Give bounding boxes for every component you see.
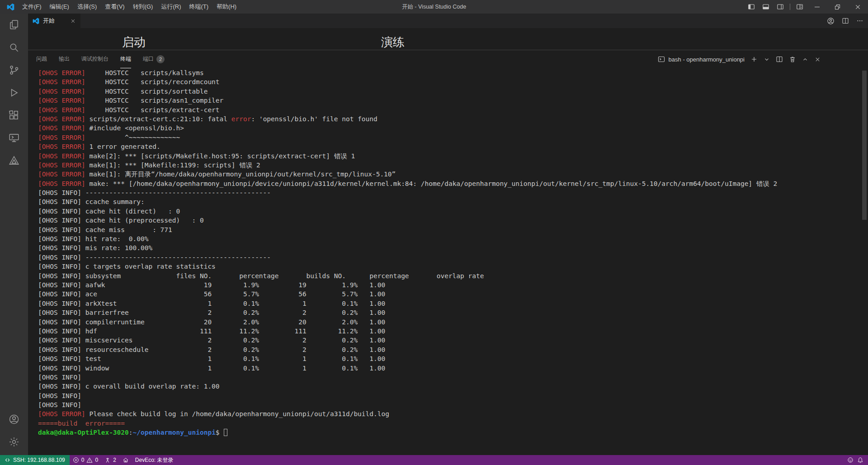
run-and-debug-icon[interactable]	[0, 81, 28, 104]
terminal-icon	[658, 56, 665, 63]
remote-explorer-icon[interactable]	[0, 127, 28, 149]
panel-tab-label: 输出	[59, 55, 70, 63]
home-button[interactable]	[119, 455, 132, 465]
source-control-icon[interactable]	[0, 59, 28, 81]
panel-tab-label: 调试控制台	[81, 55, 108, 63]
terminal-actions: bash - openharmony_unionpi	[658, 50, 821, 68]
terminal-line: [OHOS ERROR] make[1]: 离开目录“/home/daka/op…	[38, 170, 859, 179]
menu-查看[interactable]: 查看(V)	[101, 0, 128, 14]
terminal-line: [OHOS INFO] cache hit (direct) : 0	[38, 207, 859, 216]
terminal-line: [OHOS ERROR] make[1]: *** [Makefile:1199…	[38, 161, 859, 170]
terminal-dropdown-chevron-icon[interactable]	[764, 56, 770, 62]
terminal-line: [OHOS ERROR] ^~~~~~~~~~~~~~	[38, 133, 859, 142]
toggle-secondary-sidebar-button[interactable]	[773, 0, 788, 14]
search-icon[interactable]	[0, 36, 28, 59]
terminal-line: [OHOS ERROR] HOSTCC scripts/recordmcount	[38, 77, 859, 86]
menu-选择[interactable]: 选择(S)	[73, 0, 101, 14]
window-title: 开始 - Visual Studio Code	[402, 3, 466, 11]
new-terminal-icon[interactable]	[750, 56, 758, 63]
terminal-line: [OHOS INFO] arkXtest 1 0.1% 1 0.1% 1.00	[38, 299, 859, 308]
remote-icon	[5, 457, 10, 463]
terminal-line: [OHOS INFO] barrierfree 2 0.2% 2 0.2% 1.…	[38, 308, 859, 317]
close-button[interactable]	[848, 0, 868, 14]
menu-文件[interactable]: 文件(F)	[18, 0, 46, 14]
tab-close-icon[interactable]	[70, 18, 76, 24]
terminal-line: [OHOS INFO] hdf 111 11.2% 111 11.2% 1.00	[38, 327, 859, 336]
terminal-line: [OHOS INFO] test 1 0.1% 1 0.1% 1.00	[38, 354, 859, 363]
terminal-line: =====build error=====	[38, 419, 859, 428]
panel-tab-badge: 2	[156, 55, 165, 63]
activity-bar-top	[0, 14, 28, 172]
ports-status[interactable]: 2	[101, 455, 119, 465]
terminal-line: [OHOS INFO] c targets overlap rate stati…	[38, 262, 859, 271]
maximize-panel-chevron-icon[interactable]	[802, 56, 808, 62]
panel-tab-调试控制台[interactable]: 调试控制台	[81, 50, 108, 68]
status-bar-right	[847, 457, 868, 463]
home-icon	[123, 457, 129, 463]
settings-icon[interactable]	[0, 431, 28, 453]
explorer-icon[interactable]	[0, 14, 28, 36]
split-editor-icon[interactable]	[842, 17, 849, 24]
split-terminal-icon[interactable]	[776, 56, 783, 63]
status-bar: SSH: 192.168.88.109 0 0 2 DevEco: 未登录	[0, 455, 868, 465]
terminal-line: [OHOS INFO]	[38, 373, 859, 382]
customize-layout-button[interactable]	[793, 0, 807, 14]
remote-indicator[interactable]: SSH: 192.168.88.109	[0, 455, 70, 465]
ports-count: 2	[113, 457, 116, 463]
account-icon[interactable]	[827, 17, 835, 25]
menu-终端[interactable]: 终端(T)	[185, 0, 212, 14]
feedback-icon[interactable]	[847, 457, 854, 463]
tab-get-started[interactable]: 开始	[28, 14, 80, 28]
remote-label: SSH: 192.168.88.109	[13, 457, 65, 463]
terminal-line: [OHOS INFO] cache hit (preprocessed) : 0	[38, 216, 859, 225]
terminal-output[interactable]: [OHOS ERROR] HOSTCC scripts/kallsyms[OHO…	[38, 68, 859, 453]
deveco-label: DevEco: 未登录	[135, 456, 174, 464]
panel-tab-label: 终端	[120, 55, 131, 63]
toggle-primary-sidebar-button[interactable]	[744, 0, 759, 14]
panel-tab-终端[interactable]: 终端	[120, 50, 131, 68]
bell-icon[interactable]	[857, 457, 863, 463]
problems-status[interactable]: 0 0	[70, 455, 101, 465]
terminal-line: [OHOS ERROR] make[2]: *** [scripts/Makef…	[38, 152, 859, 161]
error-icon	[73, 457, 79, 463]
terminal-shell-button[interactable]: bash - openharmony_unionpi	[658, 56, 745, 63]
editor-content: 启动 演练	[28, 28, 868, 50]
terminal-line: [OHOS INFO] mis rate: 100.00%	[38, 243, 859, 252]
kill-terminal-trash-icon[interactable]	[789, 56, 796, 63]
account-icon[interactable]	[0, 408, 28, 431]
terminal-line: [OHOS INFO] window 1 0.1% 1 0.1% 1.00	[38, 364, 859, 373]
error-count: 0	[81, 457, 85, 463]
panel-tab-输出[interactable]: 输出	[59, 50, 70, 68]
panel-tab-label: 问题	[36, 55, 47, 63]
panel-tab-问题[interactable]: 问题	[36, 50, 47, 68]
warning-count: 0	[95, 457, 98, 463]
terminal-line: [OHOS ERROR] scripts/extract-cert.c:21:1…	[38, 114, 859, 123]
minimize-button[interactable]	[807, 0, 827, 14]
close-panel-icon[interactable]	[814, 56, 821, 63]
title-bar-controls	[744, 0, 868, 14]
extensions-icon[interactable]	[0, 104, 28, 127]
menu-编辑[interactable]: 编辑(E)	[46, 0, 73, 14]
terminal-line: [OHOS INFO] ----------------------------…	[38, 188, 859, 197]
menu-转到[interactable]: 转到(G)	[129, 0, 157, 14]
activity-bar	[0, 14, 28, 455]
editor-tab-bar: 开始	[28, 14, 868, 28]
terminal-line: [OHOS ERROR] #include <openssl/bio.h>	[38, 123, 859, 133]
menu-运行[interactable]: 运行(R)	[157, 0, 185, 14]
panel-tab-端口[interactable]: 端口2	[143, 50, 165, 68]
toggle-panel-button[interactable]	[759, 0, 773, 14]
menu-bar: 文件(F)编辑(E)选择(S)查看(V)转到(G)运行(R)终端(T)帮助(H)	[18, 0, 241, 14]
panel-header: 问题输出调试控制台终端端口2 bash - openharmony_unionp…	[28, 50, 868, 68]
menu-帮助[interactable]: 帮助(H)	[212, 0, 241, 14]
terminal-scrollbar[interactable]	[862, 71, 867, 220]
get-started-start-heading: 启动	[122, 34, 146, 50]
deveco-device-tool-icon[interactable]	[0, 149, 28, 172]
terminal-line: [OHOS INFO]	[38, 391, 859, 400]
terminal-line: [OHOS INFO] resourceschedule 2 0.2% 2 0.…	[38, 345, 859, 354]
more-actions-icon[interactable]	[856, 17, 863, 24]
activity-bar-bottom	[0, 408, 28, 455]
restore-button[interactable]	[827, 0, 848, 14]
terminal-shell-label: bash - openharmony_unionpi	[669, 56, 745, 63]
deveco-status[interactable]: DevEco: 未登录	[132, 455, 177, 465]
vscode-logo-icon	[5, 3, 16, 11]
